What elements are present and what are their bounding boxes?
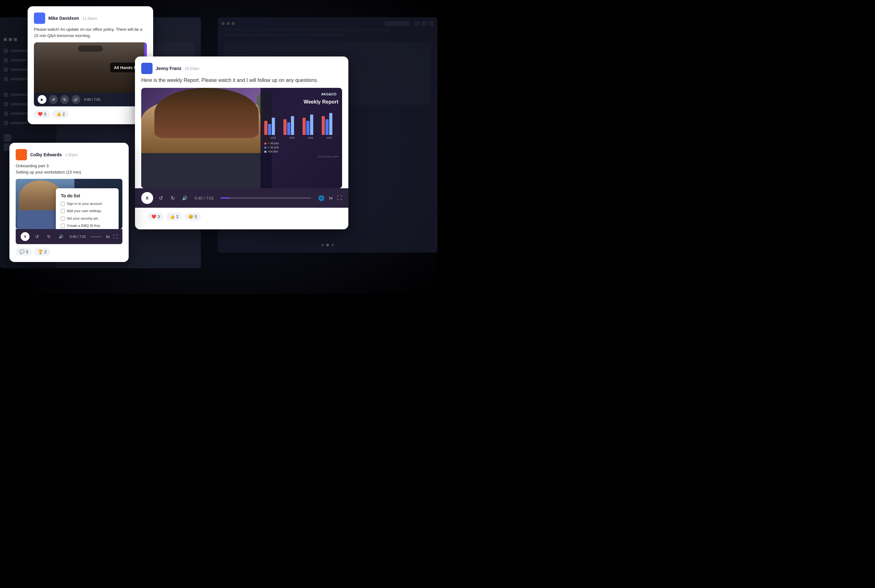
fullscreen-icon[interactable]: ⛶ <box>337 195 342 201</box>
heart-count: 3 <box>158 214 160 219</box>
forward-button[interactable]: ↻ <box>45 232 53 241</box>
rewind-button[interactable]: ↺ <box>49 95 58 104</box>
reaction-trophy[interactable]: 🏆 2 <box>34 248 50 256</box>
week-label-w33: w33 <box>283 136 301 140</box>
legend-item-3: +54.864 <box>264 150 338 153</box>
todo-title: To do list <box>61 193 114 198</box>
volume-button[interactable]: 🔊 <box>72 95 80 104</box>
todo-item-3: Set your security pin <box>61 216 114 221</box>
checkbox[interactable] <box>61 209 65 213</box>
todo-item-2: Add your user settings <box>61 208 114 213</box>
reactions: 💬 3 🏆 2 <box>16 248 122 256</box>
video-controls-large: ⏸ ↺ ↻ 🔊 0:40 / 7:01 🌐 1x ⛶ <box>135 188 348 208</box>
reaction-thumbs[interactable]: 👍 2 <box>166 213 182 220</box>
video-thumbnail: All Hands Meet Sep <box>34 42 147 93</box>
message-text: Here is the weekly Report. Please watch … <box>141 76 342 84</box>
chart-legend: + 49.654 + 35.528 +54.864 <box>264 142 338 153</box>
fullscreen-icon[interactable]: ⛶ <box>113 234 117 239</box>
todo-label: Add your user settings <box>67 208 101 213</box>
trophy-count: 2 <box>44 249 47 254</box>
thumbs-count: 2 <box>63 112 65 116</box>
volume-button[interactable]: 🔊 <box>180 194 189 202</box>
globe-icon[interactable]: 🌐 <box>318 195 324 201</box>
heart-count: 3 <box>44 112 46 116</box>
todo-label: Sign in to your account <box>67 201 102 206</box>
legend-label-1: + 49.654 <box>268 142 279 145</box>
heart-emoji: ❤️ <box>151 214 156 219</box>
reaction-smile[interactable]: 😊 5 <box>185 213 201 220</box>
chart-overlay: AKG&CO Weekly Report <box>261 88 342 188</box>
chart-brand: AKG&CO <box>319 92 338 97</box>
comment-emoji: 💬 <box>20 249 24 254</box>
mike-davidson-card: Mike Davidson 11:34am Please watch! An u… <box>28 6 153 124</box>
video-container: All Hands Meet Sep ▶ ↺ ↻ 🔊 0:00 / 7:01 <box>34 42 147 106</box>
colby-edwards-card: Colby Edwards 1:50pm Onboarding part 3: … <box>9 143 129 262</box>
week-label-w34: w34 <box>302 136 320 140</box>
forward-button[interactable]: ↻ <box>60 95 69 104</box>
message-header: Colby Edwards 1:50pm <box>16 149 122 160</box>
sender-name: Colby Edwards <box>30 152 62 157</box>
legend-item-1: + 49.654 <box>264 142 338 145</box>
thumbs-emoji: 👍 <box>56 112 61 116</box>
video-thumbnail: To do list Sign in to your account Add y… <box>16 179 122 229</box>
week-labels: w32 w33 w34 w35 <box>264 136 338 140</box>
time-display: 0:00 / 7:01 <box>84 98 101 101</box>
sender-name: Mike Davidson <box>48 16 79 21</box>
video-screen: AKG&CO Weekly Report <box>141 88 342 188</box>
legend-label-3: +54.864 <box>268 150 278 153</box>
smile-emoji: 😊 <box>188 214 193 219</box>
video-controls: ⏸ ↺ ↻ 🔊 0:40 / 7:01 1x ⛶ <box>16 229 122 244</box>
message-text: Please watch! An update on our office po… <box>34 26 147 39</box>
message-header: Jenny Franz 10:03am <box>141 63 342 74</box>
reaction-thumbs[interactable]: 👍 2 <box>53 110 68 118</box>
comment-count: 3 <box>26 249 28 254</box>
video-controls: ▶ ↺ ↻ 🔊 0:00 / 7:01 <box>34 93 147 106</box>
time-display: 0:40 / 7:01 <box>195 196 214 201</box>
week-label-w32: w32 <box>264 136 282 140</box>
reaction-heart[interactable]: ❤️ 3 <box>147 213 164 220</box>
timestamp: 1:50pm <box>65 153 78 157</box>
message-header: Mike Davidson 11:34am <box>34 12 147 24</box>
speed-label: 1x <box>106 235 110 238</box>
week-label-w35: w35 <box>320 136 339 140</box>
play-button[interactable]: ▶ <box>38 95 47 104</box>
chart-title: Weekly Report <box>264 99 338 105</box>
checkbox[interactable] <box>61 216 65 220</box>
smile-count: 5 <box>195 214 197 219</box>
message-text: Onboarding part 3: Setting up your works… <box>16 163 122 175</box>
checkbox[interactable] <box>61 224 65 228</box>
reactions: ❤️ 3 👍 2 😊 5 <box>141 208 342 222</box>
volume-button[interactable]: 🔊 <box>57 232 65 241</box>
speed-label: 1x <box>329 196 333 200</box>
todo-item-1: Sign in to your account <box>61 201 114 206</box>
reaction-heart[interactable]: ❤️ 3 <box>34 110 50 118</box>
thumbs-emoji: 👍 <box>170 214 175 219</box>
time-display: 0:40 / 7:01 <box>70 235 86 238</box>
rewind-button[interactable]: ↺ <box>33 232 41 241</box>
jenny-franz-card: Jenny Franz 10:03am Here is the weekly R… <box>135 57 348 230</box>
reaction-comment[interactable]: 💬 3 <box>16 248 32 256</box>
progress-bar[interactable] <box>221 197 311 199</box>
todo-item-4: Create a EMQ ID Key <box>61 224 114 228</box>
thumbs-count: 2 <box>176 214 178 219</box>
timestamp: 11:34am <box>82 16 97 21</box>
legend-label-2: + 35.528 <box>268 146 279 149</box>
todo-label: Create a EMQ ID Key <box>67 224 100 228</box>
avatar <box>141 63 153 74</box>
pause-button[interactable]: ⏸ <box>141 192 153 204</box>
trophy-emoji: 🏆 <box>38 249 43 254</box>
heart-emoji: ❤️ <box>38 112 43 116</box>
todo-list-overlay: To do list Sign in to your account Add y… <box>56 188 119 229</box>
avatar <box>16 149 27 160</box>
todo-label: Set your security pin <box>67 216 98 221</box>
timestamp: 10:03am <box>185 66 199 71</box>
sender-name: Jenny Franz <box>156 66 182 71</box>
rewind-button[interactable]: ↺ <box>156 194 165 202</box>
avatar <box>34 12 45 24</box>
reactions: ❤️ 3 👍 2 <box>34 110 147 118</box>
legend-item-2: + 35.528 <box>264 146 338 149</box>
pause-button[interactable]: ⏸ <box>21 232 30 241</box>
checkbox[interactable] <box>61 202 65 206</box>
forward-button[interactable]: ↻ <box>168 194 177 202</box>
progress-bar[interactable] <box>90 236 102 237</box>
